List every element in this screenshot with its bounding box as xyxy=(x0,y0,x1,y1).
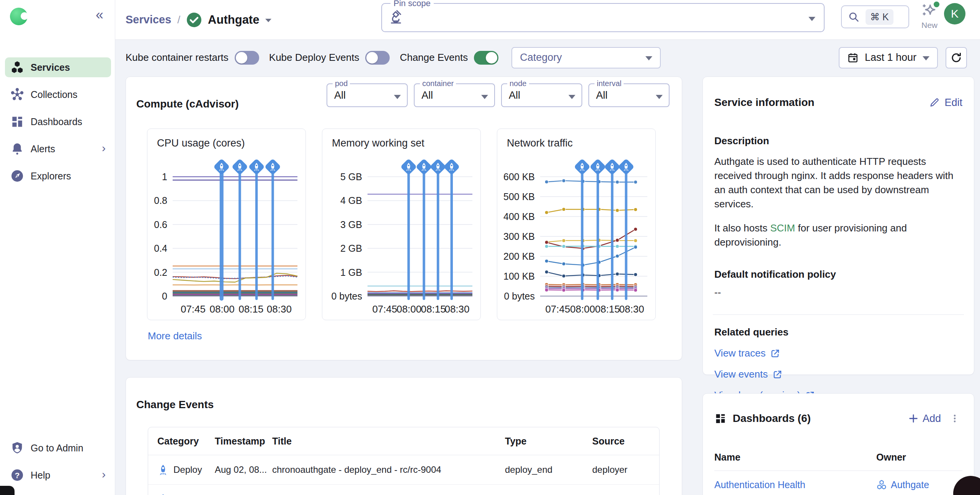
sidebar-item-go-to-admin[interactable]: Go to Admin xyxy=(5,438,111,458)
compute-section-title: Compute (cAdvisor) xyxy=(136,98,239,110)
divider xyxy=(713,314,964,315)
filter-container-select[interactable]: containerAll xyxy=(414,83,495,107)
service-info-title: Service information xyxy=(714,96,814,109)
topbar: Services / Authgate Pin scope xyxy=(115,0,980,40)
add-dashboard-button[interactable]: Add xyxy=(908,413,941,425)
app-logo-icon[interactable] xyxy=(9,7,28,26)
filter-label: node xyxy=(507,79,529,88)
chart-plot: 0 bytes1 GB2 GB3 GB4 GB5 GB07:4508:0008:… xyxy=(322,129,480,319)
category-filter-placeholder: Category xyxy=(520,52,562,64)
deploy-event-marker-icon[interactable] xyxy=(248,158,265,175)
chart-card-memory-working-set[interactable]: Memory working set0 bytes1 GB2 GB3 GB4 G… xyxy=(322,129,481,320)
svg-text:100 KB: 100 KB xyxy=(503,271,535,282)
change-events-card: Change Events CategoryTimestampTitleType… xyxy=(126,377,682,495)
change-event-row[interactable]: DeployAug 02, 08...chronoauthgate - depl… xyxy=(148,455,659,485)
deploy-event-marker-icon[interactable] xyxy=(443,158,460,175)
sidebar-item-explorers[interactable]: Explorers xyxy=(5,166,111,186)
scim-link[interactable]: SCIM xyxy=(770,222,795,234)
sidebar-collapse-button[interactable]: « xyxy=(93,8,106,22)
sidebar-item-label: Go to Admin xyxy=(31,443,83,454)
view-traces-link[interactable]: View traces xyxy=(714,347,780,359)
deploy-event-marker-icon[interactable] xyxy=(213,158,230,175)
dashboards-menu-button[interactable] xyxy=(947,411,962,426)
help-icon: ? xyxy=(10,468,24,482)
refresh-button[interactable] xyxy=(946,47,967,68)
deploy-event-marker-icon[interactable] xyxy=(415,158,432,175)
dashboards-icon xyxy=(10,115,24,129)
breadcrumb-services-link[interactable]: Services xyxy=(126,13,171,26)
pin-scope-caret-icon[interactable] xyxy=(808,17,815,21)
chart-card-cpu-usage-cores[interactable]: CPU usage (cores)00.20.40.60.8107:4508:0… xyxy=(147,129,306,320)
filter-node-select[interactable]: nodeAll xyxy=(501,83,582,107)
category-filter-select[interactable]: Category xyxy=(511,47,661,68)
corner-widget-left[interactable] xyxy=(0,486,15,495)
deploy-event-marker-icon[interactable] xyxy=(265,158,281,175)
sidebar-item-collections[interactable]: Collections xyxy=(5,85,111,104)
svg-text:07:45: 07:45 xyxy=(545,303,570,315)
toggle-label-change-events: Change Events xyxy=(400,52,468,64)
svg-text:1 GB: 1 GB xyxy=(340,267,362,278)
service-switcher-caret-icon[interactable] xyxy=(265,19,271,22)
dashboard-owner-link[interactable]: Authgate xyxy=(891,479,929,490)
event-title: chronoauthgate - deploy_end - rc/rc-9004 xyxy=(272,464,505,475)
more-details-link[interactable]: More details xyxy=(148,330,202,342)
dashboards-rows: Authentication HealthAuthgate xyxy=(714,471,962,495)
external-icon xyxy=(770,348,780,358)
filter-interval-select[interactable]: intervalAll xyxy=(588,83,670,107)
event-source: deployer xyxy=(592,464,650,475)
charts-row: CPU usage (cores)00.20.40.60.8107:4508:0… xyxy=(147,129,656,320)
dashboard-name-link[interactable]: Authentication Health xyxy=(714,479,805,490)
column-header-timestamp: Timestamp xyxy=(215,436,272,447)
filter-value: All xyxy=(421,90,433,101)
global-search-button[interactable]: ⌘ K xyxy=(841,5,909,28)
deploy-event-marker-icon[interactable] xyxy=(574,158,591,175)
sparkle-icon xyxy=(921,2,938,19)
svg-text:5 GB: 5 GB xyxy=(340,171,362,182)
svg-text:08:00: 08:00 xyxy=(570,303,595,315)
deploy-event-marker-icon[interactable] xyxy=(590,158,606,175)
chevron-right-icon: › xyxy=(102,469,106,482)
svg-text:200 KB: 200 KB xyxy=(503,251,535,262)
deploy-event-marker-icon[interactable] xyxy=(231,158,248,175)
svg-text:600 KB: 600 KB xyxy=(503,171,535,182)
deploy-event-marker-icon[interactable] xyxy=(430,158,446,175)
svg-text:08:00: 08:00 xyxy=(397,303,421,315)
event-type: deploy_end xyxy=(505,464,592,475)
view-events-link[interactable]: View events xyxy=(714,368,782,380)
toggle-kube-deploy-events[interactable] xyxy=(365,51,390,65)
filter-label: container xyxy=(420,79,456,88)
dashboard-row[interactable]: Authentication HealthAuthgate xyxy=(714,471,962,495)
filter-pod-select[interactable]: podAll xyxy=(327,83,408,107)
sidebar-item-services[interactable]: Services xyxy=(5,57,111,77)
deploy-event-marker-icon[interactable] xyxy=(604,158,621,175)
svg-text:08:30: 08:30 xyxy=(267,303,292,315)
svg-text:0 bytes: 0 bytes xyxy=(331,291,362,301)
toggle-change-events[interactable] xyxy=(474,51,498,65)
whats-new-button[interactable]: New xyxy=(914,2,945,30)
sidebar: « ServicesCollectionsDashboardsAlerts›Ex… xyxy=(0,0,115,495)
sidebar-item-alerts[interactable]: Alerts› xyxy=(5,139,111,159)
time-range-button[interactable]: Last 1 hour xyxy=(839,47,938,68)
svg-text:0.8: 0.8 xyxy=(154,195,167,206)
breadcrumb-current-service[interactable]: Authgate xyxy=(208,13,259,27)
edit-service-info-button[interactable]: Edit xyxy=(929,97,962,109)
cubes-small-icon xyxy=(876,479,887,490)
chevron-right-icon: › xyxy=(102,142,106,155)
svg-text:08:00: 08:00 xyxy=(210,303,235,315)
service-info-card: Service information Edit Description Aut… xyxy=(702,77,974,375)
sidebar-item-help[interactable]: ?Help› xyxy=(5,465,111,485)
toggle-kube-container-restarts[interactable] xyxy=(235,51,259,65)
change-events-title: Change Events xyxy=(136,399,214,411)
deploy-event-marker-icon[interactable] xyxy=(618,158,635,175)
notification-policy-heading: Default notification policy xyxy=(714,269,962,280)
sidebar-item-dashboards[interactable]: Dashboards xyxy=(5,112,111,132)
chart-card-network-traffic[interactable]: Network traffic0 bytes100 KB200 KB300 KB… xyxy=(497,129,656,320)
deploy-event-marker-icon[interactable] xyxy=(400,158,417,175)
new-label: New xyxy=(914,21,945,30)
user-avatar[interactable]: K xyxy=(944,3,965,24)
link-label: View traces xyxy=(714,347,766,359)
column-header-category: Category xyxy=(157,436,215,447)
change-event-row[interactable]: DeployAug 02, 08...chronoauthgate - depl… xyxy=(148,485,659,495)
pin-scope-input[interactable]: Pin scope xyxy=(381,3,825,32)
filter-value: All xyxy=(509,90,520,101)
